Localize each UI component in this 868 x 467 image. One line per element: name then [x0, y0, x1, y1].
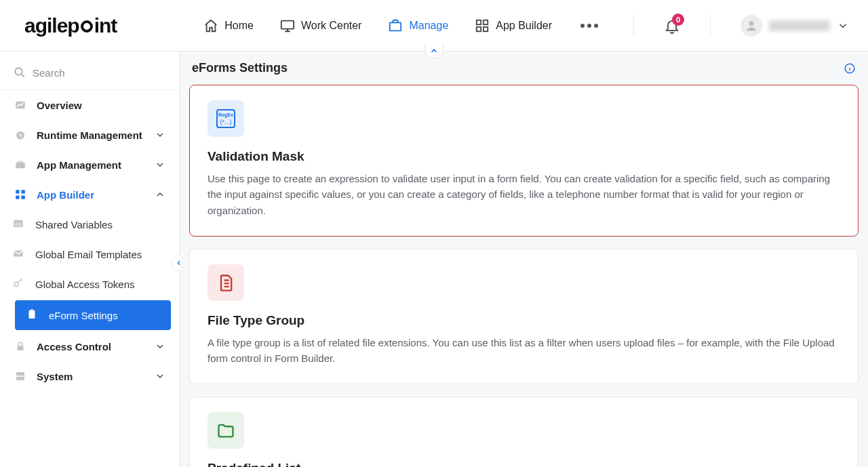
dot-icon	[587, 24, 591, 28]
monitor-icon	[279, 18, 296, 34]
user-name	[769, 20, 830, 31]
logo-text-pre: agilep	[24, 14, 79, 37]
topbar-collapse-button[interactable]	[425, 43, 443, 58]
card-predefined-list[interactable]: Predefined List	[189, 397, 859, 467]
sidebar-item-system[interactable]: System	[0, 361, 179, 391]
sidebar-item-label: App Builder	[37, 189, 94, 201]
svg-text:{x}: {x}	[16, 221, 22, 227]
svg-point-18	[14, 283, 18, 287]
nav-app-builder[interactable]: App Builder	[471, 14, 555, 38]
nav-home[interactable]: Home	[200, 14, 256, 38]
svg-point-7	[15, 68, 22, 75]
svg-rect-23	[16, 377, 24, 380]
sidebar-sub-global-access-tokens[interactable]: Global Access Tokens	[0, 269, 179, 299]
server-icon	[14, 369, 27, 383]
card-validation-mask[interactable]: RegEx(*...) Validation Mask Use this pag…	[189, 85, 859, 237]
chevron-down-icon	[155, 159, 165, 170]
sidebar-item-access-control[interactable]: Access Control	[0, 331, 179, 361]
nav-work-center[interactable]: Work Center	[277, 14, 365, 38]
sidebar-sub-eform-settings[interactable]: eForm Settings	[15, 300, 171, 330]
variable-icon: {x}	[12, 218, 26, 231]
sidebar-item-label: Global Access Tokens	[35, 279, 134, 290]
nav-manage[interactable]: Manage	[384, 14, 451, 38]
sidebar: Search Overview Runtime Management App M…	[0, 52, 180, 467]
svg-text:(*...): (*...)	[220, 119, 232, 125]
chevron-down-icon	[155, 371, 165, 382]
svg-rect-3	[484, 20, 488, 24]
svg-rect-13	[16, 196, 19, 199]
page-title: eForms Settings	[192, 61, 288, 75]
home-icon	[203, 18, 219, 34]
main-content: eForms Settings RegEx(*...) Validation M…	[180, 52, 868, 467]
sidebar-item-label: eForm Settings	[49, 310, 118, 321]
sidebar-item-label: Global Email Templates	[35, 249, 142, 260]
chevron-down-icon	[155, 341, 165, 352]
card-title: Validation Mask	[208, 149, 840, 164]
sidebar-item-app-builder[interactable]: App Builder	[0, 180, 179, 209]
sidebar-item-label: Access Control	[37, 341, 111, 352]
chevron-up-icon	[155, 189, 165, 200]
svg-rect-1	[390, 22, 401, 31]
sidebar-item-overview[interactable]: Overview	[0, 90, 179, 120]
regex-icon: RegEx(*...)	[208, 100, 244, 137]
toolbox-icon	[14, 158, 27, 171]
divider	[633, 14, 634, 37]
sidebar-item-label: Overview	[37, 100, 82, 111]
svg-rect-10	[16, 163, 25, 168]
clipboard-icon	[26, 308, 39, 322]
svg-rect-0	[281, 20, 294, 28]
briefcase-icon	[387, 18, 403, 34]
svg-rect-11	[16, 190, 19, 193]
sidebar-sub-global-email-templates[interactable]: Global Email Templates	[0, 239, 179, 269]
chevron-down-icon	[837, 20, 849, 32]
logo[interactable]: agilep int	[24, 14, 117, 37]
chevron-up-icon	[429, 46, 439, 56]
nav-app-builder-label: App Builder	[496, 20, 552, 32]
folder-icon	[208, 412, 244, 449]
dot-icon	[594, 24, 598, 28]
svg-rect-5	[484, 26, 488, 31]
clock-icon	[14, 128, 27, 142]
svg-rect-14	[22, 196, 25, 199]
search-icon	[14, 66, 26, 79]
sidebar-search[interactable]: Search	[0, 60, 179, 90]
svg-rect-20	[31, 310, 34, 312]
notifications-button[interactable]: 0	[664, 18, 680, 34]
card-description: Use this page to create an expression to…	[208, 171, 840, 218]
nav-work-center-label: Work Center	[301, 20, 362, 32]
page-title-row: eForms Settings	[180, 52, 868, 81]
user-menu[interactable]	[741, 15, 849, 37]
divider	[710, 14, 711, 37]
sidebar-item-app-management[interactable]: App Management	[0, 150, 179, 180]
dot-icon	[580, 24, 585, 28]
envelope-icon	[12, 247, 26, 261]
card-title: File Type Group	[208, 313, 840, 328]
chart-icon	[14, 98, 27, 112]
svg-rect-12	[22, 190, 25, 193]
nav-items: Home Work Center Manage App Builder	[200, 14, 849, 38]
sidebar-item-runtime[interactable]: Runtime Management	[0, 120, 179, 150]
svg-rect-19	[29, 310, 35, 319]
nav-manage-label: Manage	[409, 20, 448, 32]
card-file-type-group[interactable]: File Type Group A file type group is a l…	[189, 249, 859, 385]
svg-text:RegEx: RegEx	[218, 113, 233, 118]
lock-icon	[14, 340, 27, 353]
sidebar-item-label: Runtime Management	[37, 129, 142, 141]
search-placeholder: Search	[33, 67, 65, 79]
svg-rect-21	[18, 346, 24, 350]
svg-rect-2	[477, 20, 481, 24]
grid-icon	[14, 188, 27, 201]
svg-point-6	[749, 21, 754, 26]
sidebar-sub-shared-variables[interactable]: {x} Shared Variables	[0, 209, 179, 239]
notification-badge: 0	[672, 14, 684, 26]
file-icon	[208, 264, 244, 301]
more-menu-button[interactable]	[575, 18, 604, 33]
logo-text-post: int	[94, 14, 117, 37]
info-button[interactable]	[844, 62, 856, 75]
sidebar-item-label: System	[37, 371, 73, 382]
grid-icon	[474, 18, 490, 34]
chevron-down-icon	[155, 129, 165, 140]
sidebar-item-label: Shared Variables	[35, 219, 113, 230]
svg-rect-22	[16, 372, 24, 375]
logo-dot-icon	[81, 20, 93, 33]
